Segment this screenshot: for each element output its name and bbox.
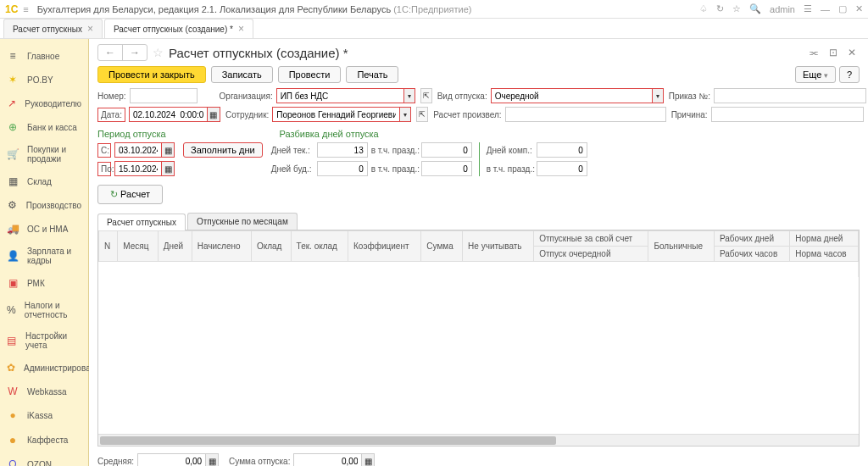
employee-dropdown-icon[interactable]: ▾ [399,107,411,122]
horizontal-scrollbar[interactable] [98,434,859,446]
inner-tab-calc[interactable]: Расчет отпускных [97,214,186,230]
fill-days-button[interactable]: Заполнить дни [183,142,263,158]
col-regularvac[interactable]: Отпуск очередной [534,247,648,262]
org-link-icon[interactable]: ⇱ [420,88,432,103]
col-sum[interactable]: Сумма [421,231,463,262]
sidebar-item-kaffesta[interactable]: ●Каффеста [0,427,88,452]
org-field[interactable] [276,88,403,103]
menu-icon[interactable]: ≡ [23,4,28,14]
sidebar-item-main[interactable]: ≡Главное [0,44,88,68]
days-work-field[interactable] [317,161,368,176]
sidebar-item-admin[interactable]: ✿Администрирование [0,356,88,380]
save-button[interactable]: Записать [211,66,273,83]
sidebar-item-webkassa[interactable]: WWebkassa [0,380,88,403]
vactype-dropdown-icon[interactable]: ▾ [652,88,664,103]
link-icon[interactable]: ⫘ [805,45,822,60]
inner-tab-monthly[interactable]: Отпускные по месяцам [187,213,298,230]
avg-calc-icon[interactable]: ▦ [205,453,219,466]
window-icon[interactable]: ⊡ [826,45,841,60]
col-accrued[interactable]: Начислено [192,231,251,262]
vactype-field[interactable] [491,88,652,103]
from-calendar-icon[interactable]: ▦ [161,142,175,158]
app-title: Бухгалтерия для Беларуси, редакция 2.1. … [37,4,699,14]
kaffesta-icon: ● [7,433,19,447]
date-calendar-icon[interactable]: ▦ [207,107,220,122]
close-page-icon[interactable]: ✕ [844,45,860,60]
table-row[interactable] [99,262,859,277]
maximize-icon[interactable]: ▢ [838,3,847,14]
close-window-icon[interactable]: ✕ [855,3,863,14]
avg-field[interactable] [137,453,205,466]
org-dropdown-icon[interactable]: ▾ [403,88,415,103]
col-normdays[interactable]: Норма дней [790,231,859,247]
col-month[interactable]: Месяц [118,231,158,262]
nav-buttons: ← → [97,44,147,61]
history-icon[interactable]: ↻ [716,3,724,14]
help-button[interactable]: ? [839,66,860,83]
tab-vacation-calc-create[interactable]: Расчет отпускных (создание) * × [104,19,253,38]
col-sick[interactable]: Больничные [648,231,715,262]
back-button[interactable]: ← [98,45,122,60]
col-ownexpense[interactable]: Отпускные за свой счет [534,231,648,247]
col-coef[interactable]: Коэффициент [348,231,421,262]
col-cursalary[interactable]: Тек. оклад [291,231,348,262]
col-days[interactable]: Дней [158,231,192,262]
reason-field[interactable] [711,107,864,122]
sidebar-item-manager[interactable]: ↗Руководителю [0,92,88,115]
incl-holidays-field3[interactable] [537,161,587,176]
more-button[interactable]: Еще [795,66,836,83]
sidebar-item-ikassa[interactable]: ●iKassa [0,403,88,427]
sidebar-item-bank[interactable]: ⊕Банк и касса [0,115,88,139]
employee-link-icon[interactable]: ⇱ [416,107,428,122]
sidebar-item-warehouse[interactable]: ▦Склад [0,169,88,193]
incl-holidays-label3: в т.ч. празд.: [487,164,533,174]
print-button[interactable]: Печать [346,66,398,83]
truck-icon: 🚚 [7,223,19,235]
days-current-field[interactable] [317,142,368,158]
to-calendar-icon[interactable]: ▦ [161,161,175,176]
sidebar-item-production[interactable]: ⚙Производство [0,193,88,217]
settings-icon[interactable]: ☰ [804,3,812,14]
favorites-icon[interactable]: ☆ [732,3,741,14]
bank-icon: ⊕ [7,121,19,133]
notifications-icon[interactable]: ♤ [699,3,708,14]
sidebar-item-rmk[interactable]: ▣РМК [0,271,88,295]
sidebar-item-poby[interactable]: ✶PO.BY [0,68,88,92]
forward-button[interactable]: → [122,45,147,60]
pos-icon: ▣ [7,277,19,289]
date-field[interactable] [129,107,207,122]
vacsum-field[interactable] [293,453,361,466]
days-comp-field[interactable] [537,142,587,158]
sidebar-item-sales[interactable]: 🛒Покупки и продажи [0,139,88,169]
close-icon[interactable]: × [87,23,93,35]
number-field[interactable] [130,88,198,103]
col-exclude[interactable]: Не учитывать [463,231,534,262]
search-icon[interactable]: 🔍 [749,3,761,14]
post-and-close-button[interactable]: Провести и закрыть [97,66,206,83]
close-icon[interactable]: × [238,23,244,35]
incl-holidays-field1[interactable] [421,142,472,158]
tab-vacation-calc[interactable]: Расчет отпускных × [3,19,103,38]
user-label[interactable]: admin [770,4,795,14]
col-n[interactable]: N [99,231,118,262]
favorite-star-icon[interactable]: ☆ [153,46,164,59]
vacsum-calc-icon[interactable]: ▦ [361,453,375,466]
employee-field[interactable] [272,107,399,122]
col-workhours[interactable]: Рабочих часов [714,247,789,262]
sidebar-item-settings[interactable]: ▤Настройки учета [0,325,88,356]
sidebar-item-ozon[interactable]: OOZON [0,452,88,466]
orderno-field[interactable] [714,88,866,103]
from-date-field[interactable] [114,142,161,158]
calculated-field[interactable] [505,107,666,122]
incl-holidays-field2[interactable] [421,161,472,176]
to-date-field[interactable] [114,161,161,176]
col-workdays[interactable]: Рабочих дней [714,231,789,247]
sidebar-item-salary[interactable]: 👤Зарплата и кадры [0,241,88,271]
minimize-icon[interactable]: — [821,4,830,14]
post-button[interactable]: Провести [278,66,342,83]
calculate-button[interactable]: Расчет [97,185,163,204]
col-salary[interactable]: Оклад [251,231,291,262]
col-normhours[interactable]: Норма часов [790,247,859,262]
sidebar-item-taxes[interactable]: %Налоги и отчетность [0,295,88,325]
sidebar-item-assets[interactable]: 🚚ОС и НМА [0,217,88,241]
